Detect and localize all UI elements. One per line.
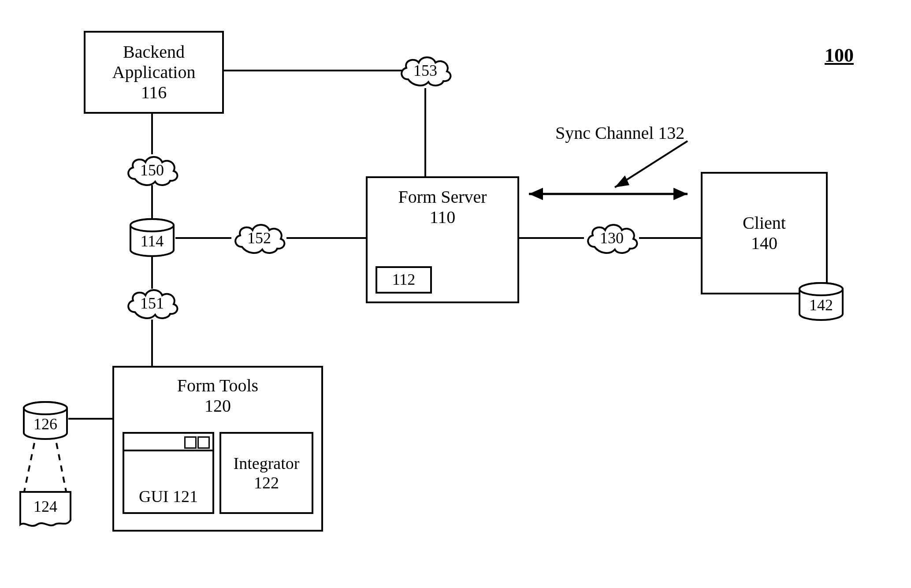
diagram-canvas: 100 Backend Application 116 Form Server … — [0, 0, 911, 588]
client-title: Client — [743, 213, 786, 233]
cloud-icon-130: 130 — [584, 221, 640, 255]
svg-marker-16 — [529, 188, 543, 200]
cloud-152-label: 152 — [247, 229, 271, 247]
backend-application-title-line2: Application — [112, 62, 196, 82]
svg-marker-14 — [615, 175, 629, 187]
cloud-151-label: 151 — [140, 294, 164, 313]
gui-window-label: GUI 121 — [124, 487, 212, 506]
integrator-number: 122 — [254, 473, 279, 492]
db-126-label: 126 — [33, 409, 57, 433]
svg-marker-17 — [673, 188, 688, 200]
client-box: Client 140 — [701, 172, 828, 294]
figure-number: 100 — [825, 44, 854, 67]
backend-application-title-line1: Backend — [123, 42, 185, 62]
client-number: 140 — [751, 233, 777, 253]
db-114-label: 114 — [141, 226, 164, 250]
integrator-title: Integrator — [234, 454, 300, 473]
svg-line-12 — [56, 443, 66, 491]
gui-window-titlebar — [124, 434, 212, 451]
backend-application-number: 116 — [141, 82, 167, 103]
inner-112-label: 112 — [392, 271, 416, 289]
cloud-130-label: 130 — [600, 229, 624, 247]
form-server-number: 110 — [430, 207, 456, 227]
database-icon-114: 114 — [129, 218, 175, 258]
db-142-label: 142 — [809, 290, 833, 314]
backend-application-box: Backend Application 116 — [84, 31, 224, 114]
cloud-icon-150: 150 — [124, 153, 180, 187]
svg-line-11 — [24, 443, 34, 491]
form-server-title: Form Server — [398, 187, 487, 207]
window-button-icon — [184, 436, 197, 449]
cloud-icon-153: 153 — [398, 54, 453, 87]
database-icon-126: 126 — [22, 401, 69, 441]
cloud-153-label: 153 — [413, 61, 437, 80]
page-icon-124: 124 — [18, 489, 73, 529]
form-server-inner-112: 112 — [376, 266, 432, 294]
cloud-150-label: 150 — [140, 161, 164, 179]
cloud-icon-152: 152 — [231, 221, 287, 255]
form-tools-number: 120 — [205, 396, 231, 416]
cloud-icon-151: 151 — [124, 287, 180, 320]
window-button-icon — [197, 436, 210, 449]
page-124-label: 124 — [18, 497, 73, 516]
sync-channel-label: Sync Channel 132 — [555, 123, 684, 143]
database-icon-142: 142 — [798, 282, 844, 322]
gui-window-icon: GUI 121 — [123, 432, 214, 514]
form-tools-title: Form Tools — [177, 376, 258, 396]
form-server-box: Form Server 110 112 — [366, 176, 519, 303]
integrator-box: Integrator 122 — [219, 432, 313, 514]
